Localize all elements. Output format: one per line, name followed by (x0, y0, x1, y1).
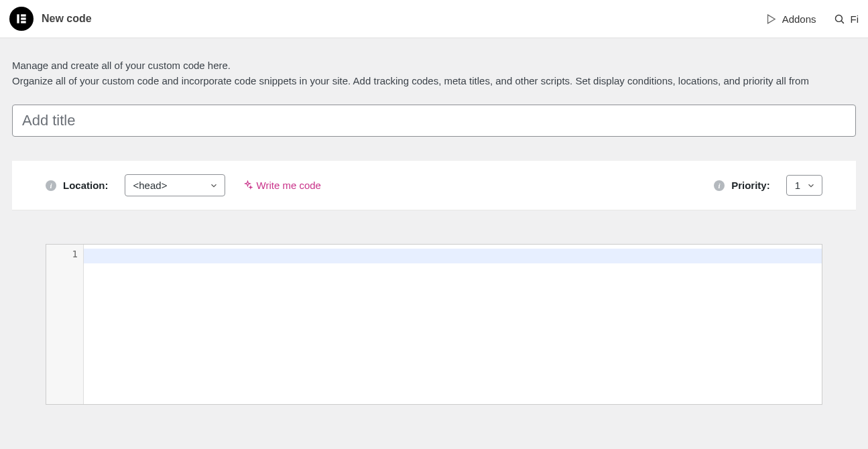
editor-gutter: 1 (46, 245, 84, 404)
description: Manage and create all of your custom cod… (12, 58, 856, 88)
description-line1: Manage and create all of your custom cod… (12, 58, 856, 74)
location-label: Location: (63, 180, 109, 191)
info-icon[interactable]: i (714, 180, 725, 191)
code-editor[interactable]: 1 (46, 244, 822, 405)
svg-rect-1 (21, 14, 25, 16)
priority-label: Priority: (731, 180, 770, 191)
svg-rect-3 (21, 21, 25, 23)
write-me-code-label: Write me code (257, 180, 321, 191)
sparkle-icon (243, 180, 253, 190)
elementor-logo-icon (15, 12, 28, 25)
write-me-code-button[interactable]: Write me code (243, 180, 321, 191)
priority-group: i Priority: 1 (714, 175, 822, 196)
svg-line-5 (841, 21, 844, 23)
page-title: New code (42, 13, 92, 25)
content-area: Manage and create all of your custom cod… (0, 38, 868, 405)
svg-rect-0 (17, 14, 19, 23)
addons-button[interactable]: Addons (765, 13, 816, 25)
priority-select[interactable]: 1 (786, 175, 822, 196)
panel-controls: i Location: <head> Write me code i (12, 161, 856, 210)
topbar: New code Addons Fi (0, 0, 868, 38)
topbar-right: Addons Fi (765, 13, 859, 25)
svg-rect-2 (21, 17, 25, 19)
location-group: i Location: <head> (46, 174, 225, 196)
priority-select-value: 1 (786, 175, 822, 196)
location-select-value: <head> (125, 174, 225, 196)
search-text: Fi (851, 13, 859, 25)
editor-lines[interactable] (84, 245, 822, 404)
editor-active-line (84, 249, 822, 263)
addons-label: Addons (782, 13, 816, 25)
search-icon (834, 13, 845, 25)
location-select[interactable]: <head> (125, 174, 225, 196)
editor-area: 1 (12, 210, 856, 405)
info-icon[interactable]: i (46, 180, 56, 191)
description-line2: Organize all of your custom code and inc… (12, 74, 856, 89)
elementor-logo[interactable] (9, 7, 34, 31)
title-input[interactable] (12, 105, 856, 137)
settings-panel: i Location: <head> Write me code i (12, 161, 856, 405)
topbar-left: New code (9, 7, 92, 31)
line-number: 1 (46, 249, 78, 259)
svg-point-4 (835, 15, 842, 21)
addons-icon (765, 13, 777, 25)
search-button[interactable]: Fi (834, 13, 859, 25)
